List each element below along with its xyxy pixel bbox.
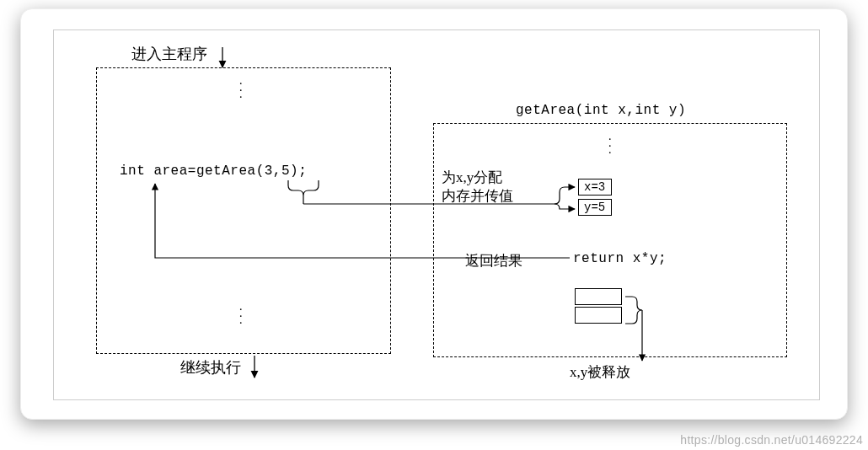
- vdots-main-top: ···: [239, 81, 244, 101]
- call-code: int area=getArea(3,5);: [120, 163, 307, 179]
- alloc-label-l2: 内存并传值: [442, 188, 513, 204]
- vdots-main-bot: ···: [239, 307, 244, 327]
- alloc-label: 为x,y分配 内存并传值: [442, 169, 513, 206]
- release-label: x,y被释放: [570, 362, 630, 382]
- callee-signature: getArea(int x,int y): [516, 103, 686, 118]
- alloc-label-l1: 为x,y分配: [442, 169, 502, 185]
- enter-label: 进入主程序: [131, 44, 207, 64]
- main-block: [96, 67, 391, 354]
- valbox-y: y=5: [578, 199, 612, 216]
- continue-label: 继续执行: [180, 357, 241, 378]
- outer-frame: 进入主程序 ··· int area=getArea(3,5); ··· 继续执…: [53, 29, 820, 400]
- return-code: return x*y;: [573, 251, 667, 266]
- release-box-2: [575, 307, 622, 324]
- watermark: https://blog.csdn.net/u014692224: [680, 433, 863, 447]
- diagram-card: 进入主程序 ··· int area=getArea(3,5); ··· 继续执…: [20, 8, 848, 420]
- release-box-1: [575, 288, 622, 305]
- valbox-x: x=3: [578, 179, 612, 196]
- vdots-callee-top: ···: [608, 137, 613, 157]
- return-label: 返回结果: [465, 251, 522, 271]
